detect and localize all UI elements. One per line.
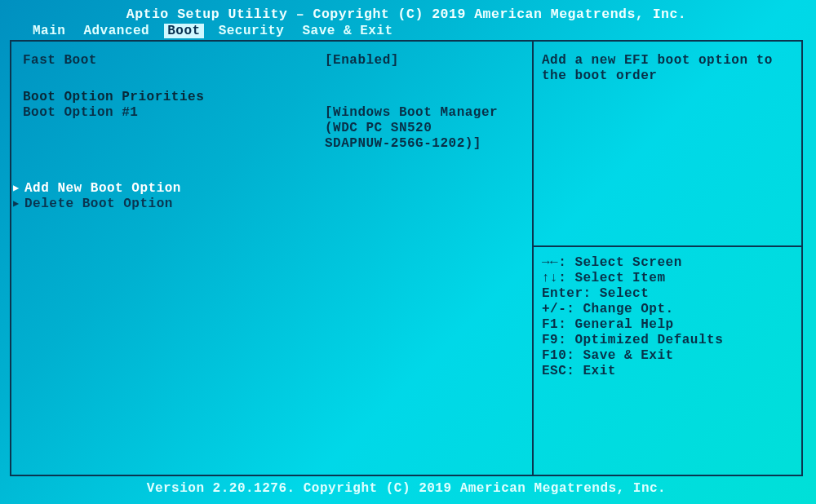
menu-security[interactable]: Security [215,24,288,38]
menu-advanced[interactable]: Advanced [80,24,153,38]
keyhelp-change-opt: +/-: Change Opt. [542,302,793,317]
keyhelp-save-exit: F10: Save & Exit [542,348,793,364]
keyhelp-esc-exit: ESC: Exit [542,364,793,379]
boot-option-1-value: [Windows Boot Manager (WDC PC SN520 SDAP… [325,105,524,152]
fast-boot-row[interactable]: Fast Boot [Enabled] [23,53,524,69]
menu-boot[interactable]: Boot [164,24,203,38]
keyhelp-select-item: ↑↓: Select Item [542,271,793,286]
boot-priorities-header: Boot Option Priorities [23,90,524,105]
menu-save-exit[interactable]: Save & Exit [299,24,396,38]
delete-boot-option-label: Delete Boot Option [24,197,173,212]
delete-boot-option[interactable]: ▶ Delete Boot Option [13,197,524,212]
menu-bar: Main Advanced Boot Security Save & Exit [10,24,803,40]
add-new-boot-option[interactable]: ▶ Add New Boot Option [13,181,524,197]
boot-option-1-value-line1: [Windows Boot Manager [325,105,524,121]
content-frame: Fast Boot [Enabled] Boot Option Prioriti… [10,40,803,476]
item-help-line1: Add a new EFI boot option to [542,53,793,69]
menu-main[interactable]: Main [29,24,69,38]
fast-boot-value: [Enabled] [325,53,524,69]
version-footer: Version 2.20.1276. Copyright (C) 2019 Am… [10,476,803,497]
boot-option-1-value-line3: SDAPNUW-256G-1202)] [325,136,524,152]
keyhelp-select-screen: →←: Select Screen [542,255,793,271]
keyhelp-enter: Enter: Select [542,286,793,302]
boot-option-1-row[interactable]: Boot Option #1 [Windows Boot Manager (WD… [23,105,524,152]
triangle-right-icon: ▶ [13,197,24,212]
fast-boot-label: Fast Boot [23,53,325,69]
left-pane: Fast Boot [Enabled] Boot Option Prioriti… [11,42,532,475]
item-help-box: Add a new EFI boot option to the boot or… [534,42,801,245]
boot-option-1-label: Boot Option #1 [23,105,325,152]
keyhelp-optimized-defaults: F9: Optimized Defaults [542,333,793,348]
item-help-line2: the boot order [542,69,793,84]
key-help-box: →←: Select Screen ↑↓: Select Item Enter:… [534,245,801,387]
keyhelp-general-help: F1: General Help [542,317,793,333]
triangle-right-icon: ▶ [13,181,24,197]
right-pane: Add a new EFI boot option to the boot or… [532,42,801,475]
add-new-boot-option-label: Add New Boot Option [24,181,181,197]
setup-title: Aptio Setup Utility – Copyright (C) 2019… [10,5,803,24]
boot-option-1-value-line2: (WDC PC SN520 [325,121,524,136]
